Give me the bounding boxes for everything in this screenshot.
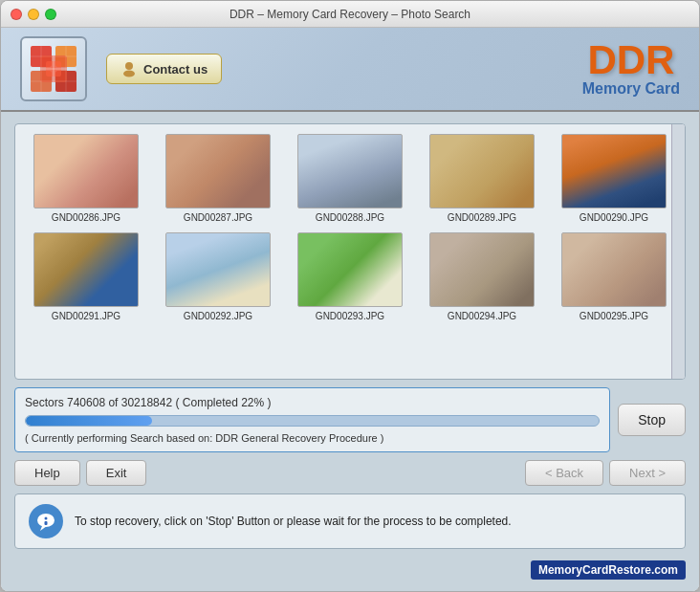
photo-item-10[interactable]: GND00295.JPG <box>553 232 675 321</box>
progress-status: ( Currently performing Search based on: … <box>25 432 600 444</box>
contact-icon <box>120 60 138 77</box>
info-icon <box>29 504 63 538</box>
close-button[interactable] <box>11 9 22 20</box>
info-message: To stop recovery, click on 'Stop' Button… <box>75 515 512 528</box>
window-controls <box>11 9 56 20</box>
brand: DDR Memory Card <box>582 40 680 98</box>
photo-label-4: GND00289.JPG <box>448 212 516 223</box>
photo-thumb-6 <box>33 232 139 307</box>
photo-label-10: GND00295.JPG <box>580 311 648 321</box>
photo-thumb-9 <box>429 232 535 307</box>
info-bar: To stop recovery, click on 'Stop' Button… <box>14 493 686 549</box>
nav-row: Help Exit < Back Next > <box>14 460 686 486</box>
logo-box <box>20 36 87 101</box>
main-content: GND00286.JPGGND00287.JPGGND00288.JPGGND0… <box>1 112 699 591</box>
brand-ddr: DDR <box>582 40 680 80</box>
contact-button[interactable]: Contact us <box>106 54 222 84</box>
maximize-button[interactable] <box>45 9 56 20</box>
svg-point-16 <box>45 517 48 520</box>
photo-label-2: GND00287.JPG <box>184 212 252 223</box>
progress-box: Sectors 740608 of 30218842 ( Completed 2… <box>14 387 610 452</box>
watermark-row: MemoryCardRestore.com <box>14 560 686 580</box>
brand-sub: Memory Card <box>582 80 680 98</box>
photo-item-2[interactable]: GND00287.JPG <box>157 134 279 223</box>
photo-label-5: GND00290.JPG <box>580 212 648 223</box>
photo-grid: GND00286.JPGGND00287.JPGGND00288.JPGGND0… <box>25 134 675 321</box>
photo-thumb-2 <box>165 134 271 208</box>
photo-thumb-5 <box>561 134 667 208</box>
photo-item-5[interactable]: GND00290.JPG <box>553 134 675 223</box>
photo-label-7: GND00292.JPG <box>184 311 252 321</box>
exit-button[interactable]: Exit <box>86 460 147 486</box>
svg-rect-17 <box>45 521 48 525</box>
photo-thumb-3 <box>297 134 403 208</box>
progress-stop-row: Sectors 740608 of 30218842 ( Completed 2… <box>14 387 686 452</box>
photo-item-3[interactable]: GND00288.JPG <box>289 134 411 223</box>
photo-item-4[interactable]: GND00289.JPG <box>421 134 543 223</box>
svg-point-12 <box>125 62 133 70</box>
photo-item-8[interactable]: GND00293.JPG <box>289 232 411 321</box>
header: Contact us DDR Memory Card <box>1 28 699 112</box>
photo-label-8: GND00293.JPG <box>316 311 384 321</box>
watermark-text: MemoryCardRestore.com <box>531 560 686 580</box>
photo-label-1: GND00286.JPG <box>52 212 120 223</box>
contact-label: Contact us <box>143 62 208 77</box>
minimize-button[interactable] <box>28 9 39 20</box>
progress-bar-fill <box>26 416 152 426</box>
stop-button[interactable]: Stop <box>618 404 686 436</box>
photo-item-1[interactable]: GND00286.JPG <box>25 134 147 223</box>
progress-bar-bg <box>25 415 600 427</box>
titlebar: DDR – Memory Card Recovery – Photo Searc… <box>1 1 699 28</box>
scrollbar[interactable] <box>671 124 685 379</box>
window-title: DDR – Memory Card Recovery – Photo Searc… <box>230 8 470 21</box>
photo-thumb-10 <box>561 232 667 307</box>
help-button[interactable]: Help <box>14 460 80 486</box>
app-logo-icon <box>29 44 78 94</box>
photo-thumb-1 <box>33 134 139 208</box>
next-button[interactable]: Next > <box>609 460 686 486</box>
photo-item-9[interactable]: GND00294.JPG <box>421 232 543 321</box>
photo-thumb-7 <box>165 232 271 307</box>
stop-btn-container: Stop <box>618 387 686 452</box>
photo-thumb-4 <box>429 134 535 208</box>
app-window: DDR – Memory Card Recovery – Photo Searc… <box>0 0 700 592</box>
photo-item-7[interactable]: GND00292.JPG <box>157 232 279 321</box>
photo-label-3: GND00288.JPG <box>316 212 384 223</box>
photo-label-6: GND00291.JPG <box>52 311 120 321</box>
sectors-text: Sectors 740608 of 30218842 ( Completed 2… <box>25 396 600 409</box>
speech-bubble-icon <box>35 511 56 532</box>
photo-label-9: GND00294.JPG <box>448 311 516 321</box>
svg-point-13 <box>123 71 135 77</box>
photo-grid-container: GND00286.JPGGND00287.JPGGND00288.JPGGND0… <box>14 123 686 380</box>
back-button[interactable]: < Back <box>525 460 603 486</box>
photo-thumb-8 <box>297 232 403 307</box>
photo-item-6[interactable]: GND00291.JPG <box>25 232 147 321</box>
